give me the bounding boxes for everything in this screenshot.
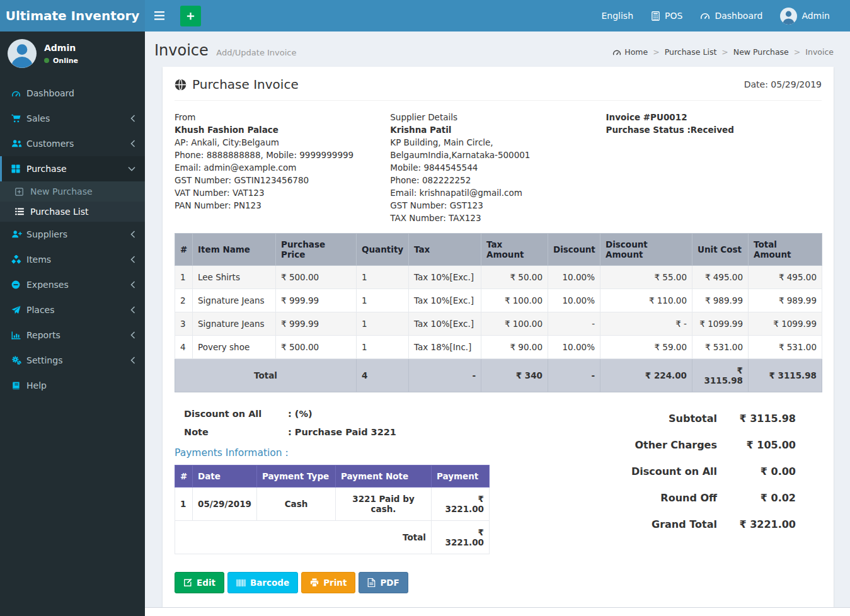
book-icon — [11, 382, 26, 390]
hamburger-icon — [154, 11, 164, 20]
barcode-icon — [236, 579, 246, 587]
table-row: 1 05/29/2019 Cash 3221 Paid by cash. ₹ 3… — [175, 488, 490, 521]
sidebar-item-purchase-list[interactable]: Purchase List — [0, 202, 145, 222]
sidebar-user-panel: Admin Online — [0, 31, 145, 77]
payments-table: # Date Payment Type Payment Note Payment… — [175, 465, 490, 554]
grid-icon — [11, 164, 26, 173]
top-navbar: Ultimate Inventory English POS — [0, 0, 850, 31]
app-brand[interactable]: Ultimate Inventory — [0, 0, 145, 31]
chevron-left-icon — [130, 281, 135, 288]
supplier-name: Krishna Patil — [390, 123, 580, 136]
invoice-date: Date: 05/29/2019 — [744, 79, 822, 89]
cart-icon — [11, 114, 26, 123]
print-icon — [310, 578, 319, 587]
user-avatar — [8, 39, 37, 68]
chevron-left-icon — [130, 231, 135, 238]
nav-pos-label: POS — [665, 11, 682, 21]
sidebar: Admin Online Dashboard Sales Customers P… — [0, 31, 145, 616]
sidebar-item-places[interactable]: Places — [0, 297, 145, 322]
tachometer-icon — [612, 48, 621, 56]
pdf-button[interactable]: PDF — [359, 572, 408, 593]
payments-total-row: Total ₹ 3221.00 — [175, 521, 490, 554]
sidebar-item-reports[interactable]: Reports — [0, 322, 145, 348]
minus-circle-icon — [11, 280, 26, 289]
items-table-header-row: # Item Name Purchase Price Quantity Tax … — [175, 234, 822, 266]
nav-language-label: English — [601, 11, 633, 21]
from-details: From Khush Fashion Palace AP: Ankali, Ci… — [175, 111, 390, 224]
table-row: 3 Signature Jeans ₹ 999.99 1 Tax 10%[Exc… — [175, 312, 822, 336]
sidebar-item-items[interactable]: Items — [0, 247, 145, 272]
nav-dashboard[interactable]: Dashboard — [691, 0, 771, 31]
sidebar-menu: Dashboard Sales Customers Purchase New P… — [0, 81, 145, 398]
chevron-left-icon — [130, 115, 135, 122]
breadcrumb-purchase-list[interactable]: Purchase List — [665, 47, 717, 57]
sidebar-item-settings[interactable]: Settings — [0, 348, 145, 373]
items-table-total-row: Total 4 - ₹ 340 - ₹ 224.00 ₹ 3115.98 ₹ 3… — [175, 359, 822, 392]
user-status: Online — [44, 57, 78, 65]
summary-other-charges: Other Charges ₹ 105.00 — [570, 439, 796, 451]
paper-plane-icon — [11, 305, 26, 314]
bar-chart-icon — [11, 331, 26, 339]
chevron-left-icon — [130, 140, 135, 147]
chevron-down-icon — [128, 166, 135, 171]
sidebar-item-purchase[interactable]: Purchase — [0, 156, 145, 181]
note-row: Note : Purchase Paid 3221 — [175, 427, 490, 437]
nav-language[interactable]: English — [592, 0, 642, 31]
payments-table-header-row: # Date Payment Type Payment Note Payment — [175, 465, 490, 488]
user-name: Admin — [44, 43, 78, 53]
table-row: 2 Signature Jeans ₹ 999.99 1 Tax 10%[Exc… — [175, 289, 822, 312]
sidebar-item-new-purchase[interactable]: New Purchase — [0, 181, 145, 202]
sidebar-item-dashboard[interactable]: Dashboard — [0, 81, 145, 106]
sidebar-item-sales[interactable]: Sales — [0, 106, 145, 131]
supplier-details: Supplier Details Krishna Patil KP Buildi… — [390, 111, 606, 224]
sidebar-toggle-button[interactable] — [145, 0, 174, 31]
from-name: Khush Fashion Palace — [175, 123, 365, 136]
divider — [175, 100, 822, 101]
sidebar-item-help[interactable]: Help — [0, 373, 145, 398]
breadcrumb-new-purchase[interactable]: New Purchase — [733, 47, 789, 57]
barcode-button[interactable]: Barcode — [227, 572, 298, 593]
chevron-left-icon — [130, 331, 135, 339]
nav-admin-label: Admin — [801, 11, 830, 21]
quick-add-button[interactable] — [180, 6, 201, 26]
top-navbar-main: English POS Dashboard Admin — [145, 0, 850, 31]
invoice-actions: Edit Barcode Print PDF — [175, 572, 822, 593]
breadcrumb-home[interactable]: Home — [612, 47, 648, 57]
chevron-left-icon — [130, 356, 135, 364]
summary-round-off: Round Off ₹ 0.02 — [570, 492, 796, 504]
breadcrumb: Home > Purchase List > New Purchase > In… — [612, 47, 834, 57]
online-status-label: Online — [53, 57, 78, 65]
breadcrumb-current: Invoice — [805, 47, 834, 57]
nav-admin[interactable]: Admin — [771, 0, 839, 31]
main-content: Invoice Add/Update Invoice Home > Purcha… — [145, 31, 850, 616]
breadcrumb-separator: > — [721, 47, 728, 57]
sidebar-item-suppliers[interactable]: Suppliers — [0, 222, 145, 247]
sidebar-item-customers[interactable]: Customers — [0, 131, 145, 156]
invoice-notes-block: Discount on All : (%) Note : Purchase Pa… — [175, 409, 490, 554]
plus-square-icon — [15, 188, 30, 196]
content-header: Invoice Add/Update Invoice Home > Purcha… — [145, 31, 850, 67]
plus-icon — [186, 11, 195, 21]
page-subtitle: Add/Update Invoice — [216, 48, 296, 57]
user-avatar — [780, 8, 797, 25]
users-icon — [11, 139, 26, 148]
edit-icon — [183, 578, 192, 587]
invoice-number: Invoice #PU0012 — [606, 111, 796, 123]
sidebar-submenu-purchase: New Purchase Purchase List — [0, 181, 145, 222]
breadcrumb-separator: > — [653, 47, 659, 57]
pdf-icon — [367, 578, 376, 587]
discount-on-all-row: Discount on All : (%) — [175, 409, 490, 419]
invoice-parties: From Khush Fashion Palace AP: Ankali, Ci… — [175, 111, 822, 224]
invoice-meta: Invoice #PU0012 Purchase Status :Receive… — [606, 111, 822, 224]
summary-discount-on-all: Discount on All ₹ 0.00 — [570, 465, 796, 477]
nav-pos[interactable]: POS — [642, 0, 691, 31]
chevron-left-icon — [130, 256, 135, 263]
edit-button[interactable]: Edit — [175, 572, 224, 593]
items-table: # Item Name Purchase Price Quantity Tax … — [175, 233, 822, 392]
breadcrumb-separator: > — [794, 47, 800, 57]
online-status-icon — [44, 58, 49, 63]
sidebar-item-expenses[interactable]: Expenses — [0, 272, 145, 297]
payments-heading: Payments Information : — [175, 447, 490, 459]
nav-dashboard-label: Dashboard — [715, 11, 762, 21]
print-button[interactable]: Print — [301, 572, 355, 593]
